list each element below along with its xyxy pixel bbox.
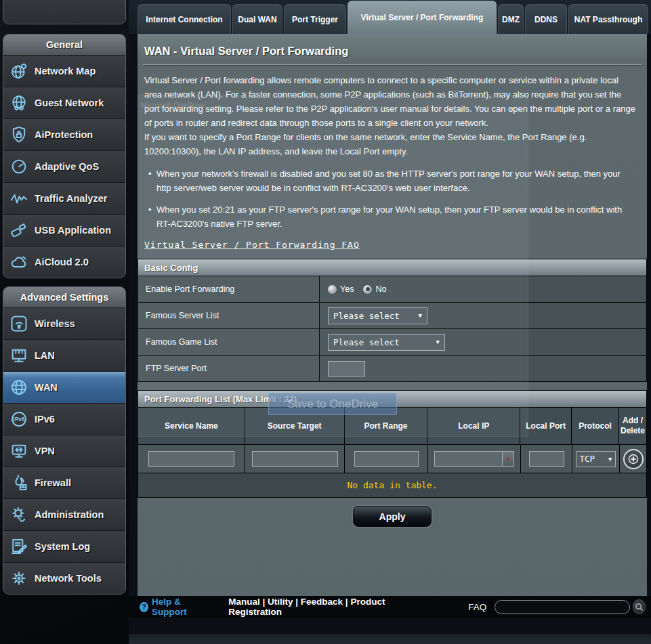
- sidebar-item-administration[interactable]: Administration: [3, 498, 125, 530]
- sidebar-item-wan[interactable]: WAN: [3, 371, 125, 403]
- service-name-input[interactable]: [148, 451, 234, 467]
- field-label: Famous Game List: [138, 329, 320, 355]
- sidebar-item-aiprotection[interactable]: AiProtection: [3, 119, 125, 150]
- sidebar-item-guest-network[interactable]: Guest Network: [3, 87, 125, 119]
- sidebar-item-vpn[interactable]: VPN: [3, 435, 125, 467]
- protocol-select[interactable]: TCP ▼: [576, 451, 616, 467]
- field-label: Enable Port Forwarding: [138, 276, 320, 302]
- sidebar-item-usb-application[interactable]: USB Application: [3, 214, 125, 246]
- dropdown-arrow-icon: ▼: [419, 312, 422, 319]
- sidebar-panel-general: General Network Map Guest Network AiProt…: [3, 34, 126, 278]
- note-text: When your network's firewall is disabled…: [156, 167, 637, 195]
- dropdown-arrow-icon: ▼: [505, 456, 511, 463]
- description-paragraph-1: Virtual Server / Port forwarding allows …: [144, 75, 635, 128]
- faq-link[interactable]: Virtual Server / Port Forwarding FAQ: [144, 240, 360, 250]
- sidebar-item-label: IPv6: [35, 414, 55, 425]
- column-add-delete: Add / Delete: [618, 408, 646, 444]
- local-port-input[interactable]: [529, 451, 564, 467]
- sidebar-item-firewall[interactable]: Firewall: [3, 467, 125, 498]
- local-ip-input[interactable]: [434, 451, 502, 467]
- help-support-label: Help & Support: [152, 597, 209, 617]
- close-icon[interactable]: ✕: [507, 104, 516, 116]
- row-enable-port-forwarding: Enable Port Forwarding Yes No: [138, 276, 646, 302]
- add-row-button[interactable]: [623, 449, 644, 469]
- svg-text:IPv6: IPv6: [14, 416, 25, 423]
- sidebar-item-adaptive-qos[interactable]: Adaptive QoS: [3, 150, 125, 182]
- sidebar-item-aicloud[interactable]: AiCloud 2.0: [3, 246, 125, 278]
- note-item: • When you set 20:21 as your FTP server'…: [144, 202, 637, 231]
- column-local-port: Local Port: [520, 408, 571, 444]
- column-protocol: Protocol: [571, 408, 618, 444]
- log-document-icon: [3, 537, 35, 556]
- footer-links[interactable]: Manual | Utility | Feedback | Product Re…: [228, 597, 414, 617]
- famous-game-select[interactable]: Please select ▼: [328, 334, 445, 351]
- tab-port-trigger[interactable]: Port Trigger: [284, 4, 346, 34]
- search-icon: [635, 603, 644, 611]
- dropdown-arrow-icon: ▼: [436, 339, 440, 345]
- help-support-link[interactable]: ? Help & Support: [140, 597, 209, 617]
- local-ip-dropdown-button[interactable]: ▼: [502, 451, 514, 467]
- tab-internet-connection[interactable]: Internet Connection: [138, 4, 231, 34]
- sidebar-item-label: Wireless: [35, 318, 75, 329]
- tab-ddns[interactable]: DDNS: [525, 4, 567, 34]
- radio-yes[interactable]: [328, 285, 337, 294]
- port-range-input[interactable]: [354, 451, 419, 467]
- bullet-icon: •: [144, 202, 156, 231]
- note-item: • When your network's firewall is disabl…: [144, 167, 637, 195]
- dropdown-arrow-icon: ▼: [608, 456, 612, 463]
- sidebar-item-ipv6[interactable]: IPv6 IPv6: [3, 403, 125, 435]
- column-service-name: Service Name: [138, 408, 245, 444]
- footer: ? Help & Support Manual | Utility | Feed…: [129, 596, 651, 618]
- sidebar: Setup General Network Map Guest Network …: [0, 0, 129, 644]
- wifi-icon: [3, 314, 35, 333]
- sidebar-panel-setup: Setup: [3, 0, 126, 24]
- tab-dmz[interactable]: DMZ: [498, 4, 524, 34]
- row-ftp-server-port: FTP Server Port: [138, 355, 646, 381]
- network-map-icon: [3, 62, 35, 81]
- faq-search-input[interactable]: [495, 600, 629, 614]
- bullet-icon: •: [144, 167, 156, 195]
- radio-no-label[interactable]: No: [375, 284, 386, 294]
- sidebar-item-traffic-analyzer[interactable]: Traffic Analyzer: [3, 182, 125, 214]
- page-content: WAN - Virtual Server / Port Forwarding V…: [138, 34, 647, 596]
- sidebar-item-network-map[interactable]: Network Map: [3, 55, 125, 87]
- save-to-onedrive-button[interactable]: Save to OneDrive: [268, 393, 397, 415]
- sidebar-item-label: System Log: [35, 541, 90, 552]
- empty-table-message: No data in table.: [138, 473, 646, 497]
- sidebar-item-setup[interactable]: Setup: [3, 0, 125, 24]
- sidebar-item-wireless[interactable]: Wireless: [3, 307, 125, 339]
- sidebar-item-label: Adaptive QoS: [35, 161, 99, 172]
- sidebar-item-lan[interactable]: LAN: [3, 339, 125, 371]
- footer-faq-label: FAQ: [468, 602, 486, 612]
- usb-drive-icon: [3, 221, 35, 240]
- ftp-server-port-input[interactable]: [328, 361, 365, 377]
- row-famous-game-list: Famous Game List Please select ▼: [138, 328, 646, 355]
- guest-network-icon: [3, 93, 35, 112]
- sidebar-section-general: General: [3, 35, 125, 55]
- sidebar-item-network-tools[interactable]: Network Tools: [3, 562, 125, 594]
- basic-config-header: Basic Config: [138, 259, 646, 276]
- sidebar-item-label: Network Map: [35, 66, 96, 77]
- apply-button[interactable]: Apply: [353, 506, 432, 527]
- notes-list: • When your network's firewall is disabl…: [138, 158, 647, 231]
- sidebar-item-label: Guest Network: [35, 98, 104, 108]
- sidebar-item-label: Network Tools: [35, 573, 102, 584]
- tab-dual-wan[interactable]: Dual WAN: [232, 4, 282, 34]
- tab-nat-passthrough[interactable]: NAT Passthrough: [568, 4, 648, 34]
- page-title: WAN - Virtual Server / Port Forwarding: [138, 34, 647, 58]
- tools-gear-icon: [3, 569, 35, 588]
- sidebar-panel-advanced: Advanced Settings Wireless LAN WAN IPv6 …: [3, 286, 126, 595]
- source-target-input[interactable]: [252, 451, 338, 467]
- cloud-icon: [3, 253, 35, 272]
- sidebar-item-label: AiProtection: [35, 129, 93, 140]
- famous-server-select[interactable]: Please select ▼: [328, 307, 427, 324]
- sidebar-item-system-log[interactable]: System Log: [3, 530, 125, 562]
- search-button[interactable]: [633, 599, 646, 614]
- radio-no[interactable]: [363, 285, 372, 294]
- plus-icon: [628, 454, 639, 465]
- sidebar-item-label: AiCloud 2.0: [35, 257, 89, 267]
- page-description: Virtual Server / Port forwarding allows …: [138, 65, 647, 158]
- sidebar-section-advanced: Advanced Settings: [3, 287, 125, 307]
- radio-yes-label[interactable]: Yes: [340, 284, 354, 294]
- tab-virtual-server-port-forwarding[interactable]: Virtual Server / Port Forwarding: [348, 1, 497, 34]
